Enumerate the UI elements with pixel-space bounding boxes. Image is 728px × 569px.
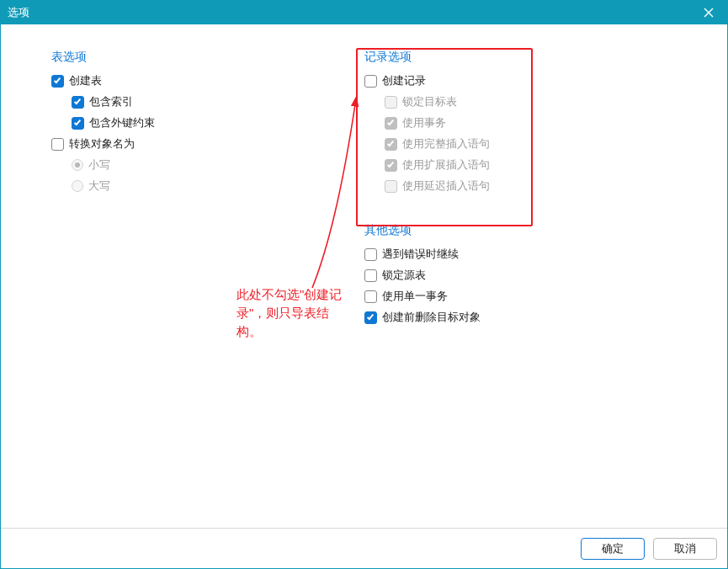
ext-insert-label: 使用扩展插入语句	[402, 157, 490, 173]
single-txn-label: 使用单一事务	[382, 289, 448, 304]
lock-target-row: 锁定目标表	[385, 94, 678, 109]
convert-name-checkbox[interactable]	[51, 138, 64, 151]
include-fk-label: 包含外键约束	[89, 115, 155, 130]
continue-on-error-checkbox[interactable]	[364, 248, 377, 261]
create-record-label: 创建记录	[382, 73, 426, 88]
create-table-label: 创建表	[69, 73, 102, 88]
single-txn-row[interactable]: 使用单一事务	[364, 289, 678, 304]
full-insert-label: 使用完整插入语句	[402, 136, 490, 152]
dialog-footer: 确定 取消	[1, 528, 727, 568]
lock-target-label: 锁定目标表	[402, 94, 457, 109]
lowercase-row: 小写	[72, 157, 364, 173]
cancel-button[interactable]: 取消	[653, 538, 717, 560]
close-icon	[704, 8, 714, 18]
ext-insert-row: 使用扩展插入语句	[385, 157, 678, 173]
create-record-checkbox[interactable]	[364, 75, 377, 88]
uppercase-row: 大写	[72, 178, 364, 194]
lowercase-label: 小写	[88, 157, 110, 173]
drop-before-row[interactable]: 创建前删除目标对象	[364, 310, 678, 325]
table-options-section: 表选项 创建表 包含索引 包含外键约束 转换对象名为 小写	[51, 50, 364, 519]
include-fk-row[interactable]: 包含外键约束	[72, 115, 364, 130]
include-fk-checkbox[interactable]	[72, 117, 84, 130]
delayed-insert-row: 使用延迟插入语句	[385, 178, 678, 194]
create-record-row[interactable]: 创建记录	[364, 73, 678, 88]
create-table-row[interactable]: 创建表	[51, 73, 364, 88]
ext-insert-checkbox	[385, 159, 397, 172]
close-button[interactable]	[697, 1, 720, 24]
uppercase-radio	[72, 180, 83, 192]
options-dialog: 选项 表选项 创建表 包含索引 包含外键约束	[0, 0, 728, 569]
record-options-section: 记录选项 创建记录 锁定目标表 使用事务 使用完整插入语句	[364, 50, 678, 194]
drop-before-checkbox[interactable]	[364, 311, 377, 324]
drop-before-label: 创建前删除目标对象	[382, 310, 481, 325]
use-txn-row: 使用事务	[385, 115, 678, 130]
delayed-insert-label: 使用延迟插入语句	[402, 178, 490, 194]
use-txn-checkbox	[385, 117, 397, 130]
uppercase-label: 大写	[88, 178, 110, 194]
other-options-heading: 其他选项	[364, 223, 678, 238]
full-insert-row: 使用完整插入语句	[385, 136, 678, 152]
include-index-row[interactable]: 包含索引	[72, 94, 364, 109]
other-options-section: 其他选项 遇到错误时继续 锁定源表 使用单一事务 创建前删除目标对象	[364, 223, 678, 325]
single-txn-checkbox[interactable]	[364, 290, 377, 303]
titlebar: 选项	[1, 1, 727, 24]
include-index-checkbox[interactable]	[72, 96, 84, 109]
dialog-body: 表选项 创建表 包含索引 包含外键约束 转换对象名为 小写	[1, 24, 727, 528]
lock-source-checkbox[interactable]	[364, 269, 377, 282]
continue-on-error-row[interactable]: 遇到错误时继续	[364, 247, 678, 262]
delayed-insert-checkbox	[385, 180, 397, 193]
continue-on-error-label: 遇到错误时继续	[382, 247, 459, 262]
include-index-label: 包含索引	[89, 94, 133, 109]
full-insert-checkbox	[385, 138, 397, 151]
use-txn-label: 使用事务	[402, 115, 446, 130]
record-options-heading: 记录选项	[364, 50, 678, 65]
lowercase-radio	[72, 159, 83, 171]
create-table-checkbox[interactable]	[51, 75, 64, 88]
convert-name-row[interactable]: 转换对象名为	[51, 136, 364, 152]
ok-button[interactable]: 确定	[581, 538, 645, 560]
convert-name-label: 转换对象名为	[69, 136, 135, 152]
lock-source-label: 锁定源表	[382, 268, 426, 283]
lock-source-row[interactable]: 锁定源表	[364, 268, 678, 283]
table-options-heading: 表选项	[51, 50, 364, 65]
lock-target-checkbox	[385, 96, 397, 109]
right-column: 记录选项 创建记录 锁定目标表 使用事务 使用完整插入语句	[364, 50, 678, 519]
window-title: 选项	[8, 5, 697, 20]
